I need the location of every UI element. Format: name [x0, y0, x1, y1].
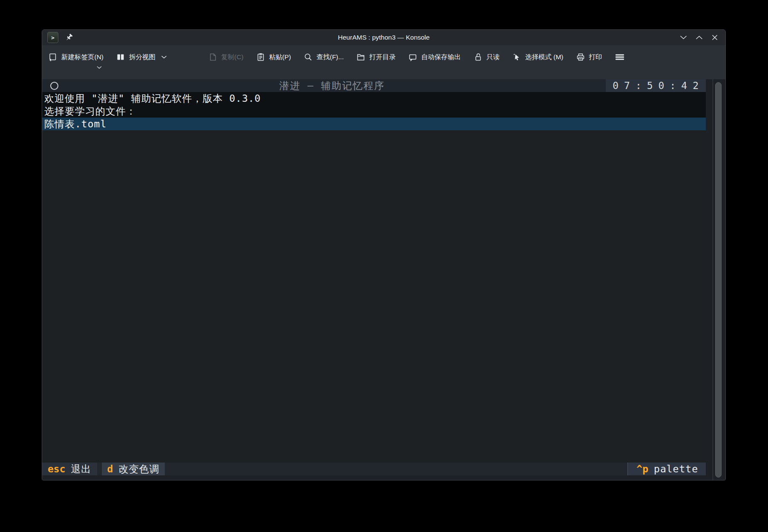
folder-icon: [356, 52, 365, 62]
find-label: 查找(F)...: [316, 53, 344, 62]
printer-icon: [576, 52, 585, 62]
copy-label: 复制(C): [221, 53, 244, 62]
tui-header: 潜进 – 辅助记忆程序 07:50:42: [42, 79, 706, 92]
option-list-item-selected[interactable]: 陈情表.toml: [42, 118, 706, 130]
selection-mode-label: 选择模式 (M): [525, 53, 564, 62]
pin-icon[interactable]: [65, 33, 73, 42]
open-directory-button[interactable]: 打开目录: [356, 51, 396, 63]
window-controls: [677, 31, 721, 44]
autosave-output-label: 自动保存输出: [421, 53, 461, 62]
scrollbar-thumb[interactable]: [715, 82, 722, 477]
tui-footer: esc 退出 d 改变色调 ^p palette: [42, 463, 706, 475]
app-icon-glyph: >: [51, 35, 55, 41]
paste-button[interactable]: 粘贴(P): [256, 51, 291, 63]
selection-mode-button[interactable]: 选择模式 (M): [512, 51, 564, 63]
scrollbar-gutter: [706, 79, 725, 480]
footer-binding-d[interactable]: d 改变色调: [102, 463, 165, 475]
autosave-output-button[interactable]: 自动保存输出: [408, 51, 461, 63]
paste-label: 粘贴(P): [269, 53, 291, 62]
terminal-line-prompt: 选择要学习的文件：: [42, 105, 706, 118]
split-view-icon: [116, 52, 125, 62]
tui-header-title: 潜进 – 辅助记忆程序: [58, 79, 606, 92]
chevron-down-icon: [680, 35, 687, 40]
print-button[interactable]: 打印: [576, 51, 602, 63]
close-button[interactable]: [708, 31, 721, 44]
new-tab-dropdown-chevron-icon[interactable]: [97, 66, 102, 69]
split-view-dropdown-chevron-icon: [161, 55, 167, 59]
window-title: HeurAMS : python3 — Konsole: [42, 34, 725, 41]
output-bubble-icon: [408, 52, 417, 62]
toolbar: 新建标签页(N) 拆分视图: [42, 45, 725, 79]
footer-key: d: [107, 463, 113, 474]
cursor-icon: [512, 52, 521, 62]
terminal-line-welcome: 欢迎使用 "潜进" 辅助记忆软件，版本 0.3.0: [42, 92, 706, 105]
terminal-empty-area: [42, 130, 706, 463]
footer-key: esc: [48, 463, 66, 474]
search-icon: [303, 52, 313, 62]
circle-outline-icon[interactable]: [50, 82, 58, 90]
paste-icon: [256, 52, 265, 62]
footer-key-label: palette: [654, 463, 698, 474]
print-label: 打印: [589, 53, 602, 62]
footer-binding-palette[interactable]: ^p palette: [627, 463, 706, 475]
hamburger-icon: [615, 52, 625, 62]
footer-spacer: [165, 463, 627, 475]
konsole-window: > HeurAMS : python3 — Konsole: [42, 29, 726, 480]
konsole-app-icon: >: [47, 32, 58, 43]
desktop-background: > HeurAMS : python3 — Konsole: [0, 0, 768, 532]
read-only-label: 只读: [486, 53, 500, 62]
open-directory-label: 打开目录: [369, 53, 396, 62]
new-tab-button[interactable]: 新建标签页(N): [48, 51, 104, 63]
split-view-label: 拆分视图: [129, 53, 155, 62]
terminal-view[interactable]: 潜进 – 辅助记忆程序 07:50:42 欢迎使用 "潜进" 辅助记忆软件，版本…: [42, 79, 725, 480]
maximize-button[interactable]: [693, 31, 705, 44]
new-tab-label: 新建标签页(N): [61, 53, 104, 62]
find-button[interactable]: 查找(F)...: [303, 51, 344, 63]
footer-key-label: 改变色调: [118, 463, 159, 476]
copy-button: 复制(C): [208, 51, 244, 63]
split-view-button[interactable]: 拆分视图: [116, 51, 167, 63]
chevron-up-icon: [696, 35, 703, 40]
minimize-button[interactable]: [677, 31, 690, 44]
footer-key: ^p: [636, 463, 648, 474]
read-only-button[interactable]: 只读: [473, 51, 500, 63]
tui-app: 潜进 – 辅助记忆程序 07:50:42 欢迎使用 "潜进" 辅助记忆软件，版本…: [42, 79, 706, 475]
scrollbar-track: [713, 79, 713, 480]
copy-icon: [208, 52, 217, 62]
footer-key-label: 退出: [71, 463, 92, 476]
close-icon: [712, 35, 718, 40]
menu-button[interactable]: [615, 51, 625, 63]
footer-binding-esc[interactable]: esc 退出: [42, 463, 97, 475]
titlebar[interactable]: > HeurAMS : python3 — Konsole: [42, 30, 725, 45]
header-clock: 07:50:42: [606, 79, 706, 92]
lock-open-icon: [473, 52, 483, 62]
new-tab-icon: [48, 52, 58, 62]
